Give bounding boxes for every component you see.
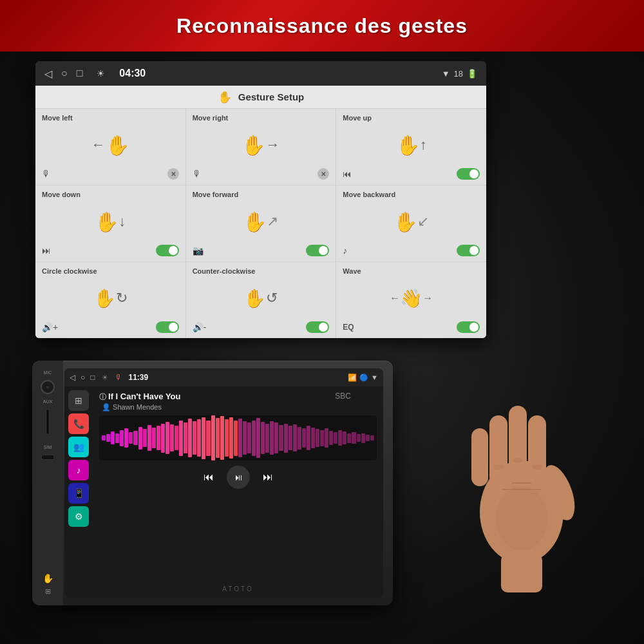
status-bar: ◁ ○ □ ☀ 04:30 ▼ 18 🔋 <box>35 61 486 86</box>
toggle-move-forward[interactable] <box>306 245 329 256</box>
prev-action-icon: ⏮ <box>343 169 352 179</box>
next-action-icon: ⏭ <box>42 245 51 256</box>
toggle-move-up[interactable] <box>457 168 480 180</box>
brightness-icon: ☀ <box>97 68 105 79</box>
waveform-bars <box>99 415 377 460</box>
gesture-bottom-move-backward: ♪ <box>343 245 480 256</box>
right-status-icons: ▼ 18 🔋 <box>442 69 477 79</box>
gesture-cell-wave: Wave ← 👋 → EQ <box>336 262 486 338</box>
gesture-bottom-move-right: 🎙 ✕ <box>193 168 330 180</box>
gesture-header: ✋ Gesture Setup <box>35 86 486 109</box>
gesture-screen: ◁ ○ □ ☀ 04:30 ▼ 18 🔋 ✋ Gesture Setup Mov… <box>35 61 486 338</box>
page-title: Reconnaissance des gestes <box>176 14 468 38</box>
toggle-move-right[interactable]: ✕ <box>317 168 329 180</box>
gesture-cell-move-forward: Move forward ✋ ↗ 📷 <box>186 185 336 261</box>
sidebar-phone-app-icon[interactable]: 📱 <box>68 483 89 504</box>
mic-label: MIC <box>44 370 52 375</box>
gesture-bottom-move-forward: 📷 <box>193 245 330 256</box>
gesture-bottom-move-up: ⏮ <box>343 168 480 180</box>
screen-back-icon[interactable]: ◁ <box>70 373 75 382</box>
svg-point-12 <box>493 464 504 469</box>
screen-time: 11:39 <box>129 373 149 382</box>
svg-point-6 <box>496 486 547 551</box>
mic-action-icon: 🎙 <box>42 169 51 179</box>
music-action-icon: ♪ <box>343 245 347 256</box>
gesture-illustration-move-down: ✋ ↓ <box>42 201 179 242</box>
sidebar-contacts-icon[interactable]: 👥 <box>68 437 89 457</box>
gesture-cell-move-down: Move down ✋ ↓ ⏭ <box>35 185 185 261</box>
gesture-label-circle-ccw: Counter-clockwise <box>193 267 330 275</box>
next-button[interactable]: ⏭ <box>263 471 273 483</box>
side-panel: MIC ○ AUX SIM ✋ ⊞ <box>32 361 63 605</box>
sbc-label: SBC <box>335 392 351 401</box>
gesture-label-move-backward: Move backward <box>343 191 480 198</box>
toggle-move-backward[interactable] <box>457 245 480 256</box>
screen-brightness-icon: ☀ <box>102 374 108 382</box>
sim-slot <box>41 455 54 460</box>
toggle-move-down[interactable] <box>156 245 179 256</box>
aux-label: AUX <box>43 399 52 404</box>
status-time: 04:30 <box>119 68 146 79</box>
svg-rect-4 <box>471 428 488 486</box>
gesture-label-circle-cw: Circle clockwise <box>42 267 179 275</box>
toggle-circle-cw[interactable] <box>156 321 179 333</box>
svg-point-11 <box>513 458 523 463</box>
gesture-cell-move-up: Move up ✋ ↑ ⏮ <box>336 109 486 185</box>
svg-rect-2 <box>509 406 527 486</box>
nav-icons: ◁ ○ □ <box>44 68 82 80</box>
screen-main: If I Can't Have You 👤 Shawn Mendes SBC <box>93 386 383 598</box>
screen-area: ◁ ○ □ ☀ 🎙 11:39 📶 🔵 ▼ <box>64 368 383 598</box>
gesture-bottom-circle-cw: 🔊+ <box>42 321 179 333</box>
screen-mic-icon: 🎙 <box>115 373 122 382</box>
toggle-circle-ccw[interactable] <box>306 321 329 333</box>
gesture-illustration-circle-ccw: ✋ ↺ <box>193 278 330 319</box>
home-icon[interactable]: ○ <box>61 68 68 79</box>
artist-icon: 👤 <box>102 403 111 411</box>
vol-up-action-icon: 🔊+ <box>42 322 58 332</box>
screen-right-icons: 📶 🔵 ▼ <box>348 374 378 382</box>
top-banner: Reconnaissance des gestes <box>0 0 644 52</box>
screen-status-bar: ◁ ○ □ ☀ 🎙 11:39 📶 🔵 ▼ <box>64 368 383 386</box>
gesture-label-move-forward: Move forward <box>193 191 330 198</box>
gesture-label-wave: Wave <box>343 267 480 275</box>
sidebar-apps-icon[interactable]: ⊞ <box>68 390 89 411</box>
square-icon[interactable]: □ <box>77 68 83 79</box>
gesture-bottom-wave: EQ <box>343 321 480 333</box>
hand-illustration <box>431 354 612 612</box>
sidebar-bluetooth-icon[interactable]: ♪ <box>68 460 89 480</box>
camera-action-icon: 📷 <box>193 245 204 256</box>
gesture-illustration-move-up: ✋ ↑ <box>343 124 480 166</box>
gesture-cell-move-backward: Move backward ✋ ↙ ♪ <box>336 185 486 261</box>
song-artist: 👤 Shawn Mendes <box>102 403 377 412</box>
toggle-wave[interactable] <box>457 321 480 333</box>
screen-nav-icons: ◁ ○ □ <box>70 373 95 382</box>
gesture-label-move-up: Move up <box>343 114 480 122</box>
gesture-icon: ✋ <box>218 90 232 104</box>
toggle-move-left[interactable]: ✕ <box>167 168 179 180</box>
bottom-side-icons: ✋ ⊞ <box>43 573 53 596</box>
signal-strength: 18 <box>454 69 463 79</box>
gesture-bottom-circle-ccw: 🔊- <box>193 321 330 333</box>
gesture-label-move-right: Move right <box>193 114 330 122</box>
gesture-illustration-circle-cw: ✋ ↻ <box>42 278 179 319</box>
waveform <box>99 415 377 460</box>
back-icon[interactable]: ◁ <box>44 68 52 80</box>
sidebar-settings-icon[interactable]: ⚙ <box>68 506 89 527</box>
screen-body: ⊞ 📞 👥 ♪ 📱 ⚙ If I Can't Have You 👤 Shawn … <box>64 386 383 598</box>
gesture-illustration-move-forward: ✋ ↗ <box>193 201 330 242</box>
play-pause-button[interactable]: ⏯ <box>227 466 250 489</box>
gesture-bottom-move-left: 🎙 ✕ <box>42 168 179 180</box>
sim-label: SIM <box>44 445 52 450</box>
screen-square-icon[interactable]: □ <box>90 373 95 382</box>
unit-casing: MIC ○ AUX SIM ✋ ⊞ ◁ ○ <box>32 361 393 605</box>
svg-rect-3 <box>489 415 507 486</box>
sidebar-phone-icon[interactable]: 📞 <box>68 413 89 434</box>
gesture-illustration-move-backward: ✋ ↙ <box>343 201 480 242</box>
head-unit: MIC ○ AUX SIM ✋ ⊞ ◁ ○ <box>32 361 393 605</box>
aux-port <box>46 409 50 435</box>
gesture-bottom-move-down: ⏭ <box>42 245 179 256</box>
gesture-grid: Move left ← ✋ 🎙 ✕ Move right ✋ → 🎙 ✕ <box>35 109 486 338</box>
gesture-cell-circle-cw: Circle clockwise ✋ ↻ 🔊+ <box>35 262 185 338</box>
prev-button[interactable]: ⏮ <box>204 471 214 483</box>
screen-home-icon[interactable]: ○ <box>80 373 85 382</box>
